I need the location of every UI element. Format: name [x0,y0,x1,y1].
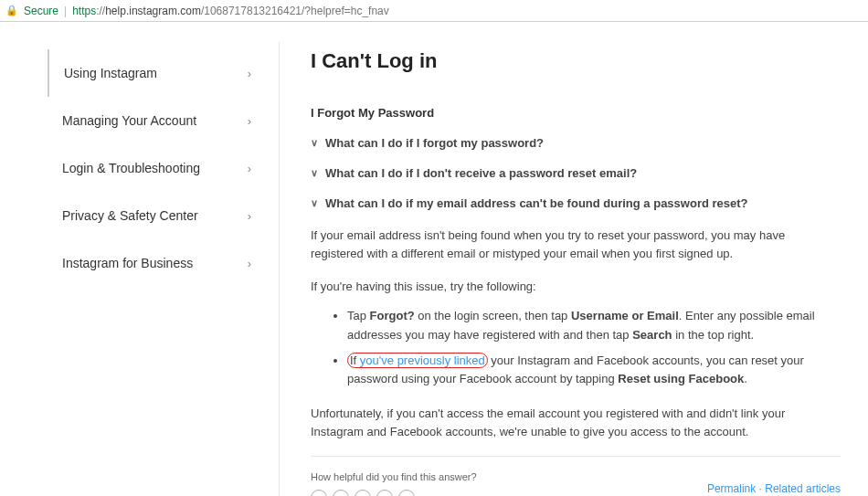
chevron-down-icon: ∨ [311,197,318,209]
sidebar-item-label: Managing Your Account [62,113,196,128]
main-article: I Can't Log in I Forgot My Password ∨ Wh… [280,42,857,496]
article-paragraph: If your email address isn't being found … [311,227,841,263]
article-paragraph: If you're having this issue, try the fol… [311,278,841,296]
chevron-right-icon: › [248,257,251,270]
page-title: I Can't Log in [311,49,841,73]
article-paragraph: Unfortunately, if you can't access the e… [311,405,841,441]
page-content: Using Instagram › Managing Your Account … [0,22,868,496]
accordion-label: What can I do if I forgot my password? [325,136,544,150]
address-divider: | [64,5,67,17]
rating-face-icon[interactable] [333,490,349,496]
accordion-email-not-found[interactable]: ∨ What can I do if my email address can'… [311,196,841,210]
steps-list: Tap Forgot? on the login screen, then ta… [311,307,841,388]
permalink-link[interactable]: Permalink [707,482,756,495]
accordion-forgot-password[interactable]: ∨ What can I do if I forgot my password? [311,136,841,150]
rating-face-icon[interactable] [311,490,327,496]
sidebar-item-using-instagram[interactable]: Using Instagram › [48,49,279,97]
footer-links: Permalink · Related articles [707,482,841,495]
chevron-right-icon: › [248,114,251,128]
rating-face-icon[interactable] [376,490,393,496]
browser-address-bar: 🔒 Secure | https://help.instagram.com/10… [0,0,868,22]
list-item: Tap Forgot? on the login screen, then ta… [347,307,841,343]
sidebar-item-instagram-business[interactable]: Instagram for Business › [48,239,279,287]
sidebar-nav: Using Instagram › Managing Your Account … [48,42,280,496]
accordion-label: What can I do if my email address can't … [325,196,748,210]
chevron-down-icon: ∨ [311,167,318,179]
rating-face-icon[interactable] [355,490,371,496]
lock-icon: 🔒 [5,5,18,16]
rating-face-icon[interactable] [398,490,415,496]
helpful-prompt: How helpful did you find this answer? [311,471,477,482]
sidebar-item-label: Privacy & Safety Center [62,208,198,223]
secure-label: Secure [24,5,58,17]
previously-linked-link[interactable]: you've previously linked [360,354,485,367]
related-articles-link[interactable]: Related articles [765,482,841,495]
section-heading: I Forgot My Password [311,106,841,120]
article-footer: How helpful did you find this answer? Pe… [311,456,841,496]
sidebar-item-label: Instagram for Business [62,256,193,270]
accordion-label: What can I do if I don't receive a passw… [325,166,637,180]
list-item: If you've previously linked your Instagr… [347,352,841,388]
sidebar-item-label: Login & Troubleshooting [62,161,200,175]
sidebar-item-login-troubleshooting[interactable]: Login & Troubleshooting › [48,144,279,192]
accordion-no-reset-email[interactable]: ∨ What can I do if I don't receive a pas… [311,166,841,180]
rating-faces [311,490,477,496]
annotation-circle: If you've previously linked [347,353,488,368]
sidebar-item-label: Using Instagram [64,66,157,80]
chevron-down-icon: ∨ [311,137,318,149]
chevron-right-icon: › [248,209,251,223]
url-display[interactable]: https://help.instagram.com/1068717813216… [72,5,389,17]
sidebar-item-privacy-safety[interactable]: Privacy & Safety Center › [48,192,279,239]
sidebar-item-managing-account[interactable]: Managing Your Account › [48,97,279,144]
chevron-right-icon: › [248,67,251,80]
chevron-right-icon: › [248,162,251,175]
